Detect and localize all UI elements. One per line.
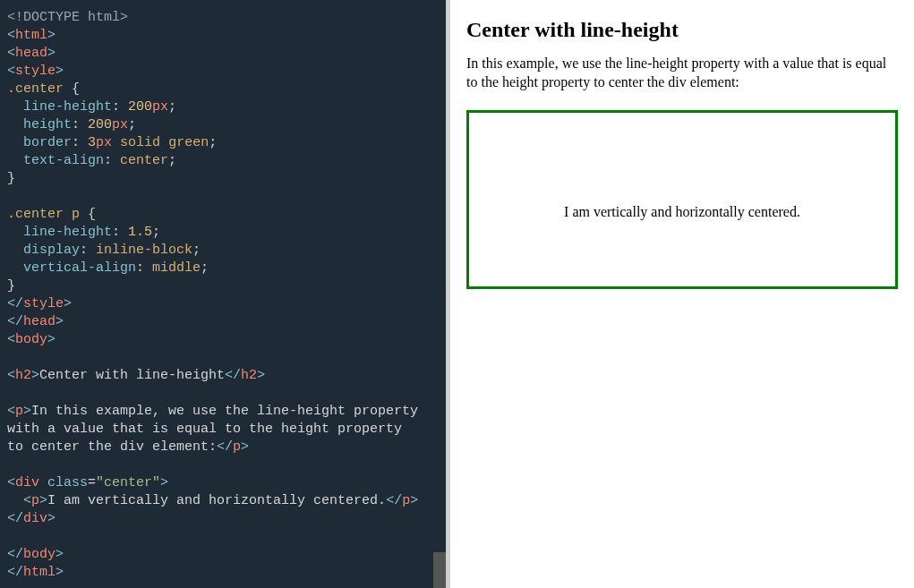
css-unit: px bbox=[152, 99, 168, 115]
preview-heading: Center with line-height bbox=[466, 18, 898, 42]
tag-html-open: html bbox=[15, 28, 47, 43]
css-val: inline-block bbox=[96, 243, 192, 258]
css-num: 200 bbox=[88, 117, 112, 132]
tag-h2-open: h2 bbox=[15, 368, 31, 383]
code-p-text: with a value that is equal to the height… bbox=[7, 422, 402, 437]
css-selector-center-p: .center p bbox=[7, 207, 80, 222]
css-unit: px bbox=[96, 135, 112, 150]
preview-intro-text: In this example, we use the line-height … bbox=[466, 55, 898, 92]
tag-p-close: p bbox=[233, 439, 241, 455]
tag-p-open: p bbox=[15, 404, 23, 419]
code-p-text: to center the div element: bbox=[7, 439, 217, 455]
css-val: center bbox=[120, 153, 168, 168]
tag-p-close: p bbox=[402, 493, 410, 508]
tag-body-open: body bbox=[15, 332, 47, 347]
tag-head-open: head bbox=[15, 46, 47, 61]
css-prop: line-height bbox=[23, 225, 112, 240]
code-h2-text: Center with line-height bbox=[39, 368, 225, 383]
code-centered-text: I am vertically and horizontally centere… bbox=[47, 493, 386, 508]
centered-text: I am vertically and horizontally centere… bbox=[564, 201, 800, 223]
css-val: solid bbox=[120, 135, 160, 150]
css-selector-center: .center bbox=[7, 81, 64, 97]
css-prop: line-height bbox=[23, 99, 112, 115]
css-prop: border bbox=[23, 135, 72, 150]
code-p-text: In this example, we use the line-height … bbox=[31, 404, 418, 419]
tag-head-close: head bbox=[23, 314, 56, 329]
css-prop: text-align bbox=[23, 153, 104, 168]
tag-html-close: html bbox=[23, 565, 56, 580]
tag-div-close: div bbox=[23, 511, 47, 526]
css-num: 200 bbox=[128, 99, 152, 115]
centered-box: I am vertically and horizontally centere… bbox=[466, 110, 898, 289]
tag-style-open: style bbox=[15, 64, 56, 79]
tag-h2-close: h2 bbox=[241, 368, 257, 383]
css-num: 3 bbox=[88, 135, 96, 150]
css-prop: vertical-align bbox=[23, 260, 136, 276]
doctype-line: <!DOCTYPE html> bbox=[7, 10, 128, 25]
css-val: middle bbox=[152, 260, 201, 276]
css-prop: display bbox=[23, 243, 80, 258]
tag-style-close: style bbox=[23, 296, 64, 311]
css-num: 1.5 bbox=[128, 225, 152, 240]
preview-pane: Center with line-height In this example,… bbox=[450, 0, 914, 588]
tag-p-open: p bbox=[31, 493, 39, 508]
attr-class-value: "center" bbox=[96, 475, 160, 490]
css-prop: height bbox=[23, 117, 72, 132]
attr-class: class bbox=[47, 475, 88, 490]
tag-body-close: body bbox=[23, 547, 56, 562]
scrollbar-thumb[interactable] bbox=[433, 552, 446, 588]
css-unit: px bbox=[112, 117, 128, 132]
tag-div-open: div bbox=[15, 475, 39, 490]
code-editor[interactable]: <!DOCTYPE html> <html> <head> <style> .c… bbox=[0, 0, 446, 588]
css-val: green bbox=[168, 135, 209, 150]
